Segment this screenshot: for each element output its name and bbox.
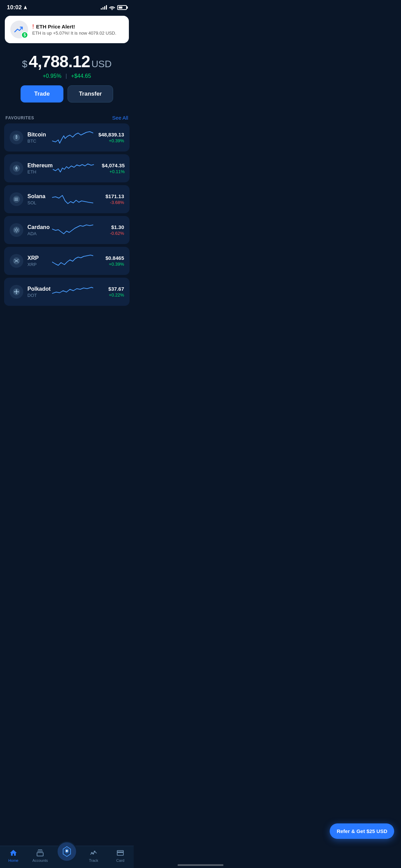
notification-icon-container: $ <box>10 21 28 38</box>
crypto-price-info: $1.30 -0.62% <box>93 224 124 236</box>
portfolio-change-abs: +$44.65 <box>71 73 91 79</box>
crypto-info: Polkadot DOT <box>27 286 52 298</box>
portfolio-changes: +0.95% | +$44.65 <box>7 73 127 79</box>
polkadot-icon <box>10 285 23 299</box>
signal-icon <box>101 5 107 10</box>
crypto-price-info: $4,074.35 +0.11% <box>94 162 125 174</box>
navigation-icon <box>23 5 28 10</box>
svg-point-14 <box>17 229 19 230</box>
bitcoin-icon: ₿ <box>10 131 23 144</box>
trade-button[interactable]: Trade <box>21 85 63 103</box>
time-display: 10:02 <box>7 4 22 11</box>
notification-text: ! ETH Price Alert! ETH is up +5.07%! It … <box>32 24 123 36</box>
svg-point-9 <box>13 227 20 234</box>
eth-symbol <box>13 165 20 172</box>
cardano-icon <box>10 223 23 237</box>
svg-point-22 <box>16 289 17 291</box>
status-icons <box>101 5 127 10</box>
status-bar: 10:02 <box>0 0 134 13</box>
notif-body: ETH is up +5.07%! It is now 4079.02 USD. <box>32 31 123 36</box>
svg-point-12 <box>16 231 17 232</box>
svg-text:₿: ₿ <box>15 135 17 139</box>
ada-symbol <box>13 226 20 234</box>
notification-banner[interactable]: $ ! ETH Price Alert! ETH is up +5.07%! I… <box>5 16 129 43</box>
see-all-button[interactable]: See All <box>112 115 128 121</box>
crypto-price-info: $171.13 -3.68% <box>93 193 124 205</box>
portfolio-value: 4,788.12 <box>29 52 90 71</box>
exclaim-icon: ! <box>32 24 34 30</box>
ada-chart <box>52 221 93 239</box>
list-item[interactable]: Polkadot DOT $37.67 +0.22% <box>4 278 130 306</box>
svg-point-20 <box>16 261 17 262</box>
crypto-price-info: $0.8465 +0.39% <box>93 255 124 267</box>
svg-point-11 <box>16 228 17 229</box>
list-item[interactable]: Cardano ADA $1.30 -0.62% <box>4 216 130 244</box>
svg-point-13 <box>14 229 15 230</box>
favourites-title: FAVOURITES <box>5 116 34 120</box>
portfolio-currency: USD <box>92 59 112 70</box>
notif-title: ! ETH Price Alert! <box>32 24 123 30</box>
svg-point-25 <box>17 291 19 292</box>
list-item[interactable]: Solana SOL $171.13 -3.68% <box>4 185 130 213</box>
list-item[interactable]: Ethereum ETH $4,074.35 +0.11% <box>4 154 130 182</box>
btc-chart <box>52 129 93 146</box>
portfolio-change-pct: +0.95% <box>42 73 61 79</box>
crypto-info: Solana SOL <box>27 193 52 205</box>
sol-chart <box>52 191 93 208</box>
sol-symbol <box>13 195 20 203</box>
svg-point-24 <box>14 291 15 292</box>
solana-icon <box>10 192 23 206</box>
crypto-list: ₿ Bitcoin BTC $48,839.13 +0.39% Ethereu <box>0 123 134 337</box>
dollar-sign: $ <box>22 59 27 70</box>
dot-symbol <box>13 288 20 296</box>
list-item[interactable]: XRP XRP $0.8465 +0.39% <box>4 247 130 275</box>
svg-point-26 <box>16 291 17 293</box>
dollar-badge: $ <box>21 32 28 38</box>
svg-point-16 <box>17 230 19 231</box>
list-item[interactable]: ₿ Bitcoin BTC $48,839.13 +0.39% <box>4 123 130 152</box>
status-time: 10:02 <box>7 4 28 11</box>
xrp-symbol <box>13 257 20 265</box>
crypto-info: Cardano ADA <box>27 224 52 236</box>
notif-title-text: ETH Price Alert! <box>36 24 75 29</box>
crypto-price-info: $37.67 +0.22% <box>93 286 124 298</box>
crypto-price-info: $48,839.13 +0.39% <box>93 132 124 143</box>
change-divider: | <box>65 73 67 79</box>
svg-point-23 <box>16 293 17 294</box>
xrp-icon <box>10 254 23 268</box>
crypto-info: Ethereum ETH <box>27 162 53 174</box>
btc-symbol: ₿ <box>13 134 20 141</box>
portfolio-section: $ 4,788.12 USD +0.95% | +$44.65 Trade Tr… <box>0 49 134 109</box>
portfolio-amount: $ 4,788.12 USD <box>7 52 127 71</box>
xrp-chart <box>52 252 93 269</box>
crypto-info: XRP XRP <box>27 255 52 267</box>
dot-chart <box>52 283 93 300</box>
svg-point-15 <box>14 230 15 231</box>
battery-icon <box>117 5 127 10</box>
crypto-info: Bitcoin BTC <box>27 132 52 144</box>
favourites-header: FAVOURITES See All <box>0 109 134 123</box>
eth-chart <box>53 160 94 177</box>
transfer-button[interactable]: Transfer <box>68 85 113 103</box>
action-buttons: Trade Transfer <box>7 85 127 103</box>
wifi-icon <box>109 5 115 10</box>
ethereum-icon <box>10 161 23 175</box>
